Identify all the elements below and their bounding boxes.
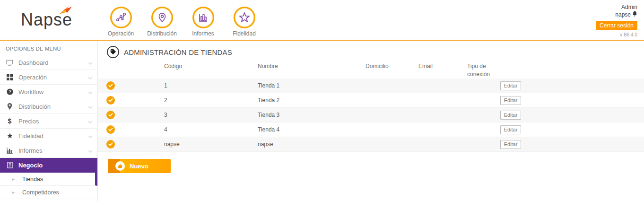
check-circle-icon[interactable] (106, 96, 115, 105)
nav-operacion-label: Operación (108, 30, 134, 37)
chevron-down-icon (88, 87, 93, 96)
version-label: v B6.4.0 (596, 32, 637, 37)
bell-icon[interactable] (632, 11, 637, 18)
arrow-right-icon: ▸ (12, 176, 15, 182)
check-circle-icon[interactable] (106, 111, 115, 119)
sidebar-item-informes[interactable]: Informes (0, 143, 97, 158)
chevron-down-icon (88, 102, 93, 111)
column-header-tipo-conexion: Tipo de conexión (459, 62, 496, 79)
sidebar-item-operacion[interactable]: Operación (0, 70, 97, 85)
star-icon (6, 132, 14, 139)
edit-button[interactable]: Editar (500, 125, 521, 134)
sidebar-item-label: Dashboard (18, 59, 88, 66)
sidebar-subitem-label: Tiendas (22, 176, 43, 183)
new-button[interactable]: Nuevo (108, 159, 171, 173)
svg-text:?: ? (9, 89, 11, 94)
column-header-codigo: Código (156, 62, 249, 79)
sidebar-item-workflow[interactable]: ? Workflow (0, 85, 97, 99)
sidebar-item-negocio[interactable]: Negocio (0, 158, 97, 173)
sidebar-item-dashboard[interactable]: Dashboard (0, 55, 97, 70)
user-account-name: napse (615, 11, 631, 18)
brand-logo[interactable]: Napse (0, 0, 100, 40)
nav-distribucion[interactable]: Distribución (141, 7, 183, 37)
spark-icon (57, 4, 73, 20)
table-row: 3 Tienda 3 Editar (98, 108, 644, 122)
cell-nombre: napse (249, 141, 357, 148)
table-row: 2 Tienda 2 Editar (98, 93, 644, 108)
page-title-row: ADMINISTRACIÓN DE TIENDAS (107, 45, 644, 59)
main-content: ADMINISTRACIÓN DE TIENDAS Código Nombre … (98, 41, 644, 201)
sidebar-item-label: Workflow (18, 88, 88, 96)
new-button-label: Nuevo (130, 163, 148, 170)
column-header-nombre: Nombre (249, 62, 357, 79)
nav-fidelidad[interactable]: Fidelidad (224, 7, 265, 37)
sidebar-subitem-label: Competidores (22, 189, 59, 196)
check-circle-icon[interactable] (106, 81, 115, 90)
sidebar-item-label: Precios (18, 118, 88, 125)
nav-distribucion-label: Distribución (147, 30, 177, 37)
sidebar-item-distribucion[interactable]: Distribución (0, 99, 97, 114)
top-header: Napse Operación (0, 0, 644, 41)
sidebar-item-label: Distribución (18, 103, 88, 110)
chevron-down-icon (88, 73, 93, 81)
sidebar-item-precios[interactable]: $ Precios (0, 114, 97, 129)
edit-button[interactable]: Editar (500, 111, 521, 120)
user-name: Admin (596, 4, 637, 11)
nav-informes-label: Informes (192, 30, 214, 37)
cell-codigo: napse (156, 141, 249, 148)
cell-codigo: 3 (156, 112, 249, 118)
building-icon (6, 162, 14, 168)
column-header-domicilio: Domicilio (357, 62, 410, 79)
sidebar: OPCIONES DE MENÚ Dashboard Operación (0, 41, 98, 201)
cell-nombre: Tienda 3 (249, 112, 357, 118)
sidebar-item-label: Operación (18, 74, 88, 81)
cell-nombre: Tienda 2 (249, 97, 357, 104)
edit-button[interactable]: Editar (500, 81, 521, 90)
sidebar-item-fidelidad[interactable]: Fidelidad (0, 129, 97, 143)
nav-operacion[interactable]: Operación (100, 7, 141, 37)
user-account: napse (596, 11, 637, 18)
page-title: ADMINISTRACIÓN DE TIENDAS (124, 48, 232, 56)
cell-nombre: Tienda 1 (249, 82, 357, 89)
cell-nombre: Tienda 4 (249, 126, 357, 133)
edit-button[interactable]: Editar (500, 96, 521, 105)
sidebar-item-label: Negocio (18, 162, 93, 169)
cell-codigo: 2 (156, 97, 249, 104)
table-header-row: Código Nombre Domicilio Email Tipo de co… (98, 59, 644, 79)
monitor-icon (6, 60, 14, 66)
edit-button[interactable]: Editar (500, 140, 521, 149)
sidebar-item-label: Fidelidad (18, 132, 88, 140)
dollar-icon: $ (6, 117, 14, 125)
thumb-up-icon (115, 161, 125, 171)
top-nav: Operación Distribución Informes (100, 0, 265, 40)
tag-icon (107, 46, 119, 58)
sidebar-title: OPCIONES DE MENÚ (0, 41, 97, 55)
nav-fidelidad-label: Fidelidad (233, 30, 256, 37)
check-circle-icon[interactable] (106, 140, 115, 149)
stores-table: Código Nombre Domicilio Email Tipo de co… (98, 59, 644, 152)
grid-icon (6, 74, 14, 80)
sidebar-subitem-tiendas[interactable]: ▸ Tiendas (0, 173, 97, 186)
cell-codigo: 1 (156, 82, 249, 89)
column-header-email: Email (410, 62, 459, 79)
chevron-down-icon (88, 58, 93, 67)
user-area: Admin napse Cerrar sesión v B6.4.0 (596, 0, 644, 40)
table-row: 1 Tienda 1 Editar (98, 79, 644, 93)
bar-chart-icon (6, 148, 14, 154)
check-circle-icon[interactable] (106, 125, 115, 134)
location-pin-icon (6, 103, 14, 110)
nav-informes[interactable]: Informes (183, 7, 224, 37)
sidebar-item-label: Informes (18, 147, 88, 154)
chevron-down-icon (88, 131, 93, 140)
sidebar-subitem-competidores[interactable]: ▸ Competidores (0, 186, 97, 199)
location-pin-icon (151, 7, 173, 28)
question-circle-icon: ? (6, 88, 14, 95)
table-row: 4 Tienda 4 Editar (98, 122, 644, 137)
chevron-down-icon (88, 117, 93, 125)
cell-codigo: 4 (156, 126, 249, 133)
bar-chart-icon (192, 7, 214, 28)
arrow-right-icon: ▸ (12, 190, 15, 195)
scatter-nodes-icon (110, 7, 132, 28)
logout-button[interactable]: Cerrar sesión (596, 21, 637, 30)
chevron-down-icon (88, 146, 93, 155)
